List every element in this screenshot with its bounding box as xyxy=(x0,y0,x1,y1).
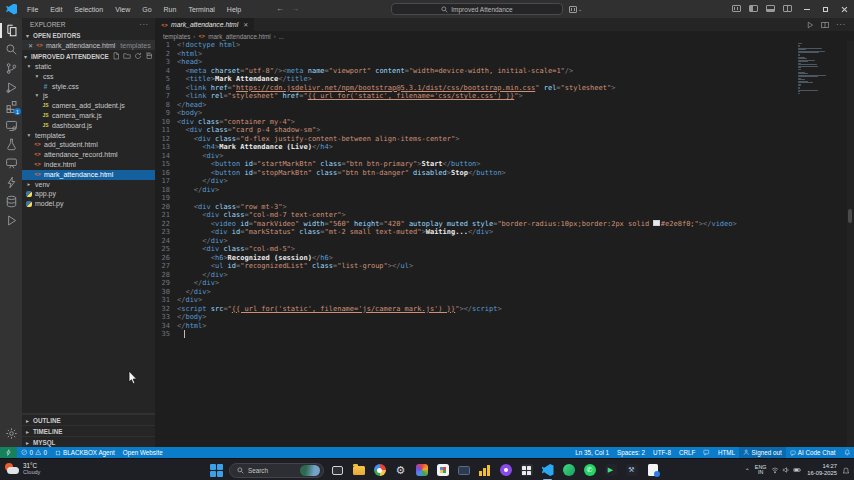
taskbar-dev-tools-icon[interactable]: ⚒ xyxy=(624,463,639,478)
menu-terminal[interactable]: Terminal xyxy=(183,4,219,15)
run-file-icon[interactable] xyxy=(806,21,814,29)
more-actions-icon[interactable]: ··· xyxy=(836,21,846,28)
remote-indicator[interactable] xyxy=(0,447,17,458)
taskbar-vscode-icon[interactable] xyxy=(540,463,555,478)
code-editor[interactable]: 1<!doctype html>2<html>3<head>4 <meta ch… xyxy=(155,41,854,447)
open-website-button[interactable]: Open Website xyxy=(119,447,167,458)
activity-explorer-icon[interactable] xyxy=(0,21,22,40)
activity-thunder-client-icon[interactable] xyxy=(0,173,22,192)
activity-remote-explorer-icon[interactable] xyxy=(0,116,22,135)
clock[interactable]: 14:27 16-09-2025 xyxy=(807,463,837,476)
tree-item-static[interactable]: ▾static xyxy=(22,62,155,72)
forward-arrow-icon[interactable]: → xyxy=(291,4,299,13)
eol-setting[interactable]: CRLF xyxy=(675,447,699,458)
tree-item-style-css[interactable]: #style.css xyxy=(22,82,155,92)
activity-database-icon[interactable] xyxy=(0,192,22,211)
collapse-all-icon[interactable] xyxy=(145,52,153,60)
taskbar-browser-icon[interactable] xyxy=(372,463,387,478)
start-button[interactable] xyxy=(210,464,223,477)
menu-go[interactable]: Go xyxy=(137,4,156,15)
split-editor-icon[interactable] xyxy=(821,21,829,29)
tree-item-js[interactable]: ▾js xyxy=(22,91,155,101)
activity-extensions-icon[interactable]: 1 xyxy=(0,97,22,116)
tree-item-dashboard-js[interactable]: JSdashboard.js xyxy=(22,121,155,131)
ai-code-chat-button[interactable]: AI Code Chat xyxy=(786,447,840,458)
taskbar-monitor-app-icon[interactable] xyxy=(456,463,471,478)
close-button[interactable] xyxy=(835,0,854,18)
toggle-panel-icon[interactable] xyxy=(766,5,775,12)
activity-manage-icon[interactable] xyxy=(0,424,22,443)
tab-mark-attendance[interactable]: <> mark_attendance.html ✕ xyxy=(155,18,254,31)
tree-item-index-html[interactable]: <>index.html xyxy=(22,160,155,170)
activity-run-debug-icon[interactable] xyxy=(0,78,22,97)
taskbar-loom-icon[interactable] xyxy=(498,463,513,478)
tree-item-mark-attendance-html[interactable]: <>mark_attendance.html xyxy=(22,170,155,180)
breadcrumb-file[interactable]: mark_attendance.html xyxy=(208,33,270,40)
editor-scrollbar[interactable] xyxy=(847,41,854,447)
signin-status[interactable]: Signed out xyxy=(739,447,786,458)
command-center-search[interactable]: Improved Attendance xyxy=(391,3,563,15)
menu-help[interactable]: Help xyxy=(222,4,246,15)
minimize-button[interactable] xyxy=(797,0,816,18)
customize-layout-icon[interactable] xyxy=(732,5,741,12)
breadcrumb-symbol[interactable]: ... xyxy=(279,33,284,40)
battery-icon[interactable] xyxy=(793,466,802,474)
problems-indicator[interactable]: 0 0 xyxy=(17,447,51,458)
volume-icon[interactable] xyxy=(782,466,790,474)
menu-run[interactable]: Run xyxy=(159,4,182,15)
notifications-icon[interactable] xyxy=(840,447,854,458)
feedback-icon[interactable] xyxy=(699,447,714,458)
menu-view[interactable]: View xyxy=(110,4,135,15)
taskbar-whatsapp-icon[interactable]: ✆ xyxy=(582,463,597,478)
tree-item-model-py[interactable]: model.py xyxy=(22,199,155,209)
command-center-extra-icon[interactable]: ⌄ xyxy=(569,4,583,14)
taskbar-microsoft-365-icon[interactable] xyxy=(414,463,429,478)
activity-live-share-icon[interactable] xyxy=(0,154,22,173)
explorer-more-actions-icon[interactable]: ··· xyxy=(140,21,150,28)
tree-item-camera-add-student-js[interactable]: JScamera_add_student.js xyxy=(22,101,155,111)
tree-item-add-student-html[interactable]: <>add_student.html xyxy=(22,140,155,150)
menu-edit[interactable]: Edit xyxy=(45,4,67,15)
toggle-secondary-sidebar-icon[interactable] xyxy=(783,5,792,12)
toggle-sidebar-icon[interactable] xyxy=(749,5,758,12)
close-editor-icon[interactable]: ✕ xyxy=(28,42,33,49)
blackbox-agent-button[interactable]: BLACKBOX Agent xyxy=(51,447,119,458)
activity-source-control-icon[interactable] xyxy=(0,59,22,78)
taskbar-media-player-icon[interactable]: ▶ xyxy=(603,463,618,478)
section-mysql[interactable]: ▸MYSQL xyxy=(22,436,155,447)
section-timeline[interactable]: ▸TIMELINE xyxy=(22,425,155,436)
taskbar-doc-share-icon[interactable] xyxy=(645,463,660,478)
taskbar-store-icon[interactable] xyxy=(435,463,450,478)
notification-bell-icon[interactable] xyxy=(842,461,850,479)
tree-item-templates[interactable]: ▾templates xyxy=(22,131,155,141)
open-editors-section[interactable]: ▾ OPEN EDITORS xyxy=(22,30,155,40)
language-indicator[interactable]: ENG IN xyxy=(755,465,766,476)
taskbar-qr-app-icon[interactable] xyxy=(519,463,534,478)
maximize-button[interactable] xyxy=(816,0,835,18)
breadcrumb-folder[interactable]: templates xyxy=(163,33,190,40)
tree-item-css[interactable]: ▾css xyxy=(22,72,155,82)
tab-close-icon[interactable]: ✕ xyxy=(243,21,248,28)
activity-search-icon[interactable] xyxy=(0,40,22,59)
activity-blackbox-icon[interactable] xyxy=(0,211,22,230)
menu-selection[interactable]: Selection xyxy=(69,4,108,15)
taskbar-search[interactable]: Search xyxy=(229,463,324,478)
minimap[interactable] xyxy=(798,43,828,95)
open-editor-item[interactable]: ✕ <> mark_attendance.html templates xyxy=(22,40,155,50)
language-mode[interactable]: HTML xyxy=(714,447,739,458)
taskbar-file-explorer-icon[interactable] xyxy=(351,463,366,478)
new-folder-icon[interactable] xyxy=(123,52,131,60)
encoding-setting[interactable]: UTF-8 xyxy=(649,447,675,458)
section-outline[interactable]: ▸OUTLINE xyxy=(22,414,155,425)
menu-file[interactable]: File xyxy=(22,4,43,15)
new-file-icon[interactable] xyxy=(112,52,120,60)
tree-item-camera-mark-js[interactable]: JScamera_mark.js xyxy=(22,111,155,121)
project-section-header[interactable]: ▾ IMPROVED ATTENDENCE xyxy=(22,50,155,62)
activity-testing-icon[interactable] xyxy=(0,135,22,154)
taskbar-emulator-icon[interactable] xyxy=(561,463,576,478)
taskbar-task-view-icon[interactable] xyxy=(330,463,345,478)
taskbar-settings-icon[interactable]: ⚙ xyxy=(393,463,408,478)
tree-item-app-py[interactable]: app.py xyxy=(22,189,155,199)
tree-item-venv[interactable]: ▸venv xyxy=(22,180,155,190)
weather-widget[interactable]: 31°C Cloudy xyxy=(0,463,40,476)
